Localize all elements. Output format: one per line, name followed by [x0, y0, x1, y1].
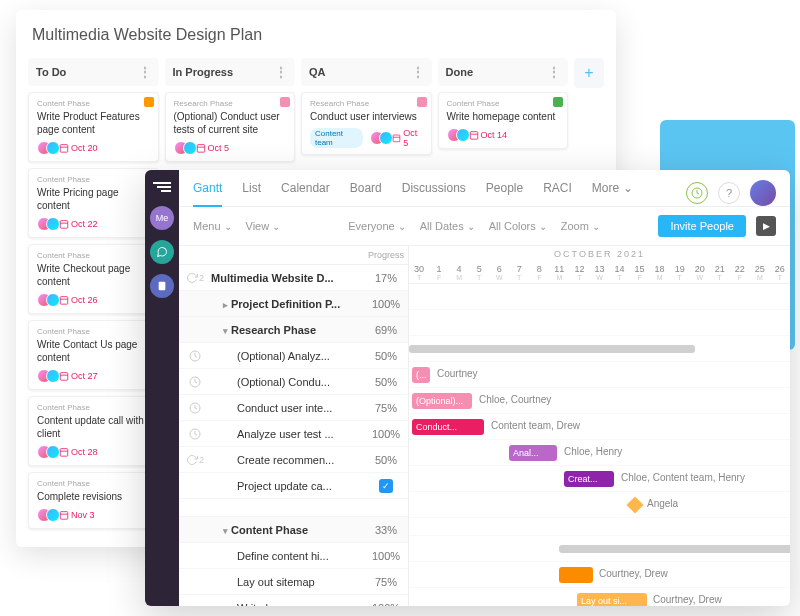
view-dropdown[interactable]: View: [246, 220, 281, 232]
dates-filter[interactable]: All Dates: [420, 220, 475, 232]
clock-icon: [189, 376, 201, 388]
kanban-column-header[interactable]: QA⋮: [301, 58, 432, 86]
gantt-body: Progress 2 Multimedia Website D... 17% ▸…: [179, 246, 790, 606]
gantt-bar[interactable]: Conduct...: [412, 419, 484, 435]
task-row[interactable]: (Optional) Analyz... 50%: [179, 343, 408, 369]
everyone-filter[interactable]: Everyone: [348, 220, 405, 232]
kanban-card[interactable]: Content Phase Write Product Features pag…: [28, 92, 159, 162]
task-row[interactable]: (Optional) Condu... 50%: [179, 369, 408, 395]
check-icon: ✓: [379, 479, 393, 493]
present-button[interactable]: ▶: [756, 216, 776, 236]
add-column-button[interactable]: +: [574, 58, 604, 88]
date-cell: 19T: [670, 262, 690, 283]
task-row[interactable]: Analyze user test ... 100%: [179, 421, 408, 447]
svg-rect-18: [159, 282, 166, 290]
chart-row: [409, 536, 790, 562]
tab-more[interactable]: More ⌄: [592, 181, 633, 205]
invite-people-button[interactable]: Invite People: [658, 215, 746, 237]
kanban-card[interactable]: Content Phase Complete revisions Nov 3: [28, 472, 159, 529]
progress-header: Progress: [364, 250, 408, 260]
task-row[interactable]: Project update ca... ✓: [179, 473, 408, 499]
card-phase: Content Phase: [37, 479, 150, 488]
app-sidebar: Me: [145, 170, 179, 606]
svg-rect-12: [197, 145, 205, 153]
gantt-toolbar: Menu View Everyone All Dates All Colors …: [179, 207, 790, 246]
tab-board[interactable]: Board: [350, 181, 382, 205]
bar-assignees: Courtney: [437, 368, 478, 379]
column-menu-icon[interactable]: ⋮: [547, 64, 560, 80]
card-title: Write Checkout page content: [37, 262, 150, 288]
status-box: [417, 97, 427, 107]
task-progress: 50%: [364, 350, 408, 362]
task-row[interactable]: Conduct user inte... 75%: [179, 395, 408, 421]
bar-assignees: Content team, Drew: [491, 420, 580, 431]
svg-rect-10: [60, 512, 68, 520]
app-logo-icon[interactable]: [153, 182, 171, 196]
menu-dropdown[interactable]: Menu: [193, 220, 232, 232]
kanban-card[interactable]: Content Phase Content update call with c…: [28, 396, 159, 466]
calendar-icon: [392, 133, 401, 143]
task-list-column: Progress 2 Multimedia Website D... 17% ▸…: [179, 246, 409, 606]
sidebar-chat-button[interactable]: [150, 240, 174, 264]
calendar-icon: [59, 447, 69, 457]
help-icon[interactable]: ?: [718, 182, 740, 204]
task-row[interactable]: [179, 499, 408, 517]
kanban-card[interactable]: Research Phase (Optional) Conduct user t…: [165, 92, 296, 162]
gantt-bar[interactable]: Creat...: [564, 471, 614, 487]
kanban-card[interactable]: Content Phase Write Checkout page conten…: [28, 244, 159, 314]
loop-icon: [186, 454, 198, 466]
gantt-bar[interactable]: [559, 567, 593, 583]
task-row[interactable]: 2 Create recommen... 50%: [179, 447, 408, 473]
tab-calendar[interactable]: Calendar: [281, 181, 330, 205]
kanban-column-header[interactable]: In Progress⋮: [165, 58, 296, 86]
gantt-bar[interactable]: [409, 345, 695, 353]
card-avatars: [37, 508, 55, 522]
sidebar-me-button[interactable]: Me: [150, 206, 174, 230]
date-cell: 11M: [549, 262, 569, 283]
milestone-diamond[interactable]: [627, 497, 644, 514]
sidebar-doc-button[interactable]: [150, 274, 174, 298]
task-row[interactable]: ▾Content Phase 33%: [179, 517, 408, 543]
kanban-column-header[interactable]: Done⋮: [438, 58, 569, 86]
date-cell: 7T: [509, 262, 529, 283]
kanban-card[interactable]: Content Phase Write homepage content Oct…: [438, 92, 569, 149]
column-menu-icon[interactable]: ⋮: [274, 64, 287, 80]
user-avatar[interactable]: [750, 180, 776, 206]
tab-raci[interactable]: RACI: [543, 181, 572, 205]
gantt-bar[interactable]: Lay out si...: [577, 593, 647, 606]
card-title: Write Contact Us page content: [37, 338, 150, 364]
task-row[interactable]: 2 Multimedia Website D... 17%: [179, 265, 408, 291]
gantt-bar[interactable]: Anal...: [509, 445, 557, 461]
gantt-bar[interactable]: (Optional)...: [412, 393, 472, 409]
tab-gantt[interactable]: Gantt: [193, 181, 222, 207]
card-date: Oct 28: [59, 447, 98, 457]
column-menu-icon[interactable]: ⋮: [411, 64, 424, 80]
kanban-card[interactable]: Content Phase Write Contact Us page cont…: [28, 320, 159, 390]
kanban-column: To Do⋮Content Phase Write Product Featur…: [28, 58, 159, 535]
kanban-column-header[interactable]: To Do⋮: [28, 58, 159, 86]
task-row[interactable]: Define content hi... 100%: [179, 543, 408, 569]
task-row[interactable]: ▾Research Phase 69%: [179, 317, 408, 343]
colors-filter[interactable]: All Colors: [489, 220, 547, 232]
task-row[interactable]: Lay out sitemap 75%: [179, 569, 408, 595]
task-name: ▾Research Phase: [211, 324, 364, 336]
task-row[interactable]: ▸Project Definition P... 100%: [179, 291, 408, 317]
clock-icon: [189, 350, 201, 362]
svg-rect-4: [60, 297, 68, 305]
tab-discussions[interactable]: Discussions: [402, 181, 466, 205]
gantt-bar[interactable]: [559, 545, 790, 553]
tab-list[interactable]: List: [242, 181, 261, 205]
activity-icon[interactable]: [686, 182, 708, 204]
task-progress: 69%: [364, 324, 408, 336]
calendar-icon: [59, 371, 69, 381]
task-row[interactable]: Write homepage ... 100%: [179, 595, 408, 606]
kanban-card[interactable]: Research Phase Conduct user interviews C…: [301, 92, 432, 155]
date-cell: 18M: [650, 262, 670, 283]
timeline[interactable]: OCTOBER 2021 30T1F4M5T6W7T8F11M12T13W14T…: [409, 246, 790, 606]
column-menu-icon[interactable]: ⋮: [138, 64, 151, 80]
date-cell: 5T: [469, 262, 489, 283]
zoom-control[interactable]: Zoom: [561, 220, 600, 232]
tab-people[interactable]: People: [486, 181, 523, 205]
gantt-bar[interactable]: (...: [412, 367, 430, 383]
kanban-card[interactable]: Content Phase Write Pricing page content…: [28, 168, 159, 238]
